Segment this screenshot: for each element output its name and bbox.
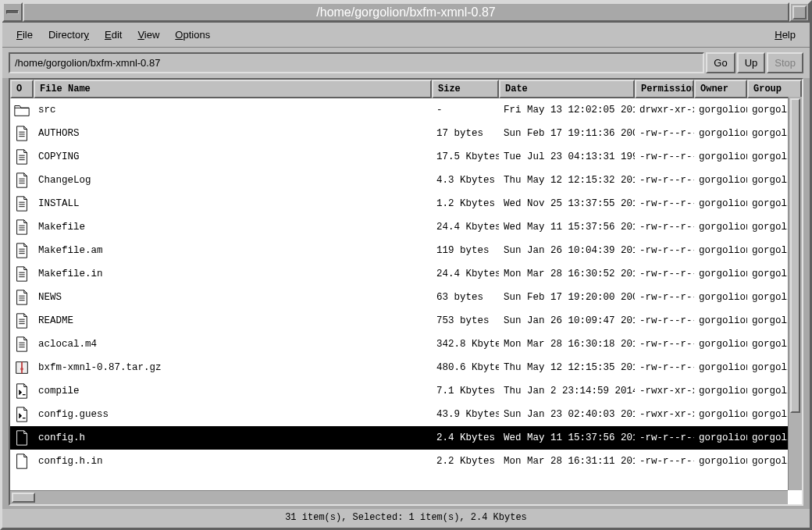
file-size: 2.4 Kbytes	[432, 431, 499, 445]
file-permission: -rw-r--r--	[635, 126, 694, 141]
table-row[interactable]: compile7.1 KbytesThu Jan 2 23:14:59 2014…	[10, 379, 802, 403]
table-row[interactable]: config.h.in2.2 KbytesMon Mar 28 16:31:11…	[10, 450, 802, 473]
table-row[interactable]: config.guess43.9 KbytesSun Jan 23 02:40:…	[10, 403, 802, 426]
header-date[interactable]: Date	[499, 80, 635, 98]
file-name: AUTHORS	[34, 126, 432, 141]
file-owner: gorgolion	[694, 126, 747, 141]
text-icon	[10, 219, 34, 236]
table-row[interactable]: AUTHORS17 bytesSun Feb 17 19:11:36 2008-…	[10, 122, 802, 145]
file-permission: -rw-r--r--	[635, 197, 694, 211]
text-icon	[10, 242, 34, 259]
header-permission[interactable]: Permission	[635, 80, 694, 98]
menu-directory[interactable]: Directory	[41, 26, 97, 44]
window-maximize-button[interactable]	[789, 2, 810, 22]
file-icon	[10, 429, 34, 446]
file-owner: gorgolion	[694, 407, 747, 422]
file-size: 342.8 Kbyte	[432, 337, 499, 351]
file-owner: gorgolion	[694, 454, 747, 468]
file-date: Tue Jul 23 04:13:31 1996	[499, 150, 635, 164]
file-owner: gorgolion	[694, 337, 747, 351]
file-owner: gorgolion	[694, 103, 747, 117]
file-name: bxfm-xmnl-0.87.tar.gz	[34, 361, 432, 375]
table-row[interactable]: COPYING17.5 KbytesTue Jul 23 04:13:31 19…	[10, 145, 802, 169]
file-date: Thu Jan 2 23:14:59 2014	[499, 384, 635, 398]
status-bar: 31 item(s), Selected: 1 item(s), 2.4 Kby…	[2, 509, 810, 528]
file-size: 4.3 Kbytes	[432, 173, 499, 187]
file-date: Fri May 13 12:02:05 2016	[499, 103, 635, 117]
file-name: Makefile.am	[34, 244, 432, 258]
file-date: Mon Mar 28 16:31:11 2016	[499, 454, 635, 468]
file-icon	[10, 453, 34, 470]
menu-help[interactable]: Help	[767, 26, 803, 44]
text-icon	[10, 195, 34, 212]
table-row[interactable]: README753 bytesSun Jan 26 10:09:47 2014-…	[10, 309, 802, 333]
file-name: config.h	[34, 431, 432, 445]
file-permission: -rwxr-xr-x	[635, 407, 694, 422]
table-row[interactable]: NEWS63 bytesSun Feb 17 19:20:00 2008-rw-…	[10, 286, 802, 309]
titlebar: /home/gorgolion/bxfm-xmnl-0.87	[2, 2, 810, 23]
window-minimize-button[interactable]	[2, 2, 23, 22]
vertical-scrollbar[interactable]	[788, 97, 802, 490]
file-date: Thu May 12 12:15:32 2016	[499, 173, 635, 187]
header-owner[interactable]: Owner	[694, 80, 747, 98]
menu-file[interactable]: File	[9, 26, 41, 44]
file-permission: -rw-r--r--	[635, 454, 694, 468]
horizontal-scrollbar-thumb[interactable]	[12, 493, 35, 503]
file-owner: gorgolion	[694, 384, 747, 398]
file-permission: -rw-r--r--	[635, 220, 694, 234]
file-size: 480.6 Kbyte	[432, 361, 499, 375]
horizontal-scrollbar[interactable]	[10, 490, 788, 504]
file-permission: -rw-r--r--	[635, 337, 694, 351]
file-size: 2.2 Kbytes	[432, 454, 499, 468]
header-group[interactable]: Group	[747, 80, 802, 98]
table-row[interactable]: INSTALL1.2 KbytesWed Nov 25 13:37:55 201…	[10, 192, 802, 215]
file-size: 63 bytes	[432, 290, 499, 304]
file-owner: gorgolion	[694, 220, 747, 234]
file-size: 43.9 Kbytes	[432, 407, 499, 422]
file-date: Wed May 11 15:37:56 2016	[499, 220, 635, 234]
file-name: Makefile.in	[34, 267, 432, 281]
file-permission: drwxr-xr-x	[635, 103, 694, 117]
file-size: 17 bytes	[432, 126, 499, 141]
file-name: README	[34, 314, 432, 328]
table-row[interactable]: Makefile.in24.4 KbytesMon Mar 28 16:30:5…	[10, 262, 802, 286]
vertical-scrollbar-thumb[interactable]	[790, 98, 800, 413]
file-name: INSTALL	[34, 197, 432, 211]
file-name: ChangeLog	[34, 173, 432, 187]
header-o[interactable]: O	[10, 80, 34, 98]
file-name: config.h.in	[34, 454, 432, 468]
file-date: Mon Mar 28 16:30:18 2016	[499, 337, 635, 351]
file-size: 17.5 Kbytes	[432, 150, 499, 164]
file-permission: -rw-r--r--	[635, 173, 694, 187]
stop-button: Stop	[767, 52, 803, 73]
file-owner: gorgolion	[694, 150, 747, 164]
file-owner: gorgolion	[694, 244, 747, 258]
table-row[interactable]: Makefile24.4 KbytesWed May 11 15:37:56 2…	[10, 215, 802, 239]
file-date: Wed Nov 25 13:37:55 2015	[499, 197, 635, 211]
table-row[interactable]: src-Fri May 13 12:02:05 2016drwxr-xr-xgo…	[10, 98, 802, 122]
menu-edit[interactable]: Edit	[97, 26, 130, 44]
go-button[interactable]: Go	[706, 52, 735, 73]
text-icon	[10, 289, 34, 306]
table-row[interactable]: aclocal.m4342.8 KbyteMon Mar 28 16:30:18…	[10, 333, 802, 356]
file-list[interactable]: src-Fri May 13 12:02:05 2016drwxr-xr-xgo…	[10, 98, 802, 504]
file-name: compile	[34, 384, 432, 398]
file-name: NEWS	[34, 290, 432, 304]
up-button[interactable]: Up	[737, 52, 766, 73]
window-title: /home/gorgolion/bxfm-xmnl-0.87	[23, 2, 789, 22]
file-owner: gorgolion	[694, 197, 747, 211]
table-row[interactable]: ChangeLog4.3 KbytesThu May 12 12:15:32 2…	[10, 169, 802, 192]
file-date: Sun Jan 26 10:09:47 2014	[499, 314, 635, 328]
file-size: 1.2 Kbytes	[432, 197, 499, 211]
path-input[interactable]	[9, 52, 704, 73]
file-name: config.guess	[34, 407, 432, 422]
table-row[interactable]: bxfm-xmnl-0.87.tar.gz480.6 KbyteThu May …	[10, 356, 802, 379]
menu-view[interactable]: View	[130, 26, 167, 44]
file-size: 119 bytes	[432, 244, 499, 258]
menu-options[interactable]: Options	[167, 26, 218, 44]
header-size[interactable]: Size	[432, 80, 499, 98]
table-row[interactable]: config.h2.4 KbytesWed May 11 15:37:56 20…	[10, 426, 802, 450]
header-name[interactable]: File Name	[34, 80, 432, 98]
table-row[interactable]: Makefile.am119 bytesSun Jan 26 10:04:39 …	[10, 239, 802, 262]
file-name: aclocal.m4	[34, 337, 432, 351]
